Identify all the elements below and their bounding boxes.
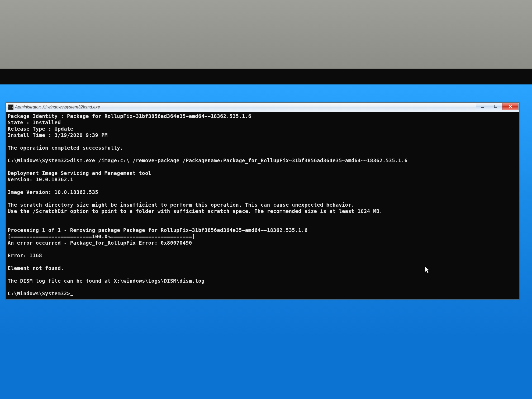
window-title: Administrator: X:\windows\system32\cmd.e… xyxy=(15,105,100,110)
terminal-line: Processing 1 of 1 - Removing package Pac… xyxy=(8,227,517,233)
terminal-line: The scratch directory size might be insu… xyxy=(8,202,517,208)
close-icon xyxy=(508,104,512,108)
terminal-prompt-line[interactable]: C:\Windows\System32> xyxy=(8,290,517,297)
terminal-line: Element not found. xyxy=(8,265,517,271)
terminal-line: Deployment Image Servicing and Managemen… xyxy=(8,170,517,176)
terminal-line xyxy=(8,214,517,221)
terminal-line: Image Version: 10.0.18362.535 xyxy=(8,189,517,195)
svg-rect-1 xyxy=(494,105,497,108)
terminal-line xyxy=(8,271,517,278)
maximize-button[interactable] xyxy=(489,103,502,110)
terminal-line: An error occurred - Package_for_RollupFi… xyxy=(8,240,517,246)
terminal-line: C:\Windows\System32>dism.exe /image:c:\ … xyxy=(8,157,517,164)
text-cursor xyxy=(70,295,73,296)
cmd-window: C:\ Administrator: X:\windows\system32\c… xyxy=(6,102,519,300)
terminal-line: The operation completed successfully. xyxy=(8,145,517,151)
svg-rect-0 xyxy=(481,107,484,108)
window-titlebar[interactable]: C:\ Administrator: X:\windows\system32\c… xyxy=(6,103,519,112)
wall-background xyxy=(0,0,532,69)
close-button[interactable] xyxy=(502,103,519,110)
terminal-line: The DISM log file can be found at X:\win… xyxy=(8,278,517,284)
terminal-line xyxy=(8,138,517,145)
terminal-line xyxy=(8,183,517,189)
terminal-prompt: C:\Windows\System32> xyxy=(8,291,70,296)
terminal-line xyxy=(8,259,517,265)
terminal-line xyxy=(8,164,517,170)
terminal-line: [==========================100.0%=======… xyxy=(8,233,517,240)
terminal-line: Release Type : Update xyxy=(8,126,517,132)
terminal-line: Version: 10.0.18362.1 xyxy=(8,176,517,183)
minimize-icon xyxy=(481,104,484,108)
window-controls xyxy=(476,103,519,110)
terminal-line xyxy=(8,221,517,227)
minimize-button[interactable] xyxy=(476,103,489,110)
terminal-line: Use the /ScratchDir option to point to a… xyxy=(8,208,517,214)
terminal-line xyxy=(8,284,517,290)
terminal-line xyxy=(8,246,517,252)
terminal-line xyxy=(8,151,517,157)
terminal-line: Package Identity : Package_for_RollupFix… xyxy=(8,113,517,119)
terminal-line: Install Time : 3/19/2020 9:39 PM xyxy=(8,132,517,138)
terminal-line: Error: 1168 xyxy=(8,252,517,259)
terminal-output[interactable]: Package Identity : Package_for_RollupFix… xyxy=(6,112,519,299)
maximize-icon xyxy=(494,104,497,108)
monitor-bezel xyxy=(0,69,532,84)
cmd-icon: C:\ xyxy=(8,104,13,110)
terminal-line xyxy=(8,195,517,202)
terminal-line: State : Installed xyxy=(8,119,517,126)
